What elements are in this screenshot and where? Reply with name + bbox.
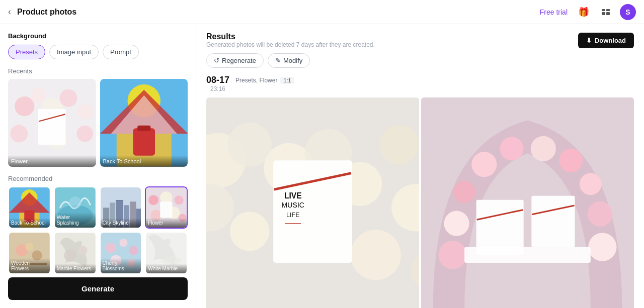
svg-point-73 <box>351 230 401 280</box>
tab-image-input[interactable]: Image input <box>49 45 99 59</box>
svg-rect-93 <box>476 200 524 255</box>
svg-point-57 <box>129 246 138 255</box>
svg-point-83 <box>444 211 469 236</box>
results-preset-tag: Presets, Flower <box>235 77 277 84</box>
result-image-2[interactable] <box>421 97 634 308</box>
svg-point-41 <box>175 195 184 204</box>
svg-point-10 <box>10 125 28 143</box>
svg-rect-95 <box>531 196 575 247</box>
page-title: Product photos <box>17 8 540 17</box>
left-panel: Background Presets Image input Prompt Re… <box>0 24 196 308</box>
regenerate-icon-top: ↺ <box>214 57 219 64</box>
rec-water[interactable]: Water Splashing <box>54 186 97 229</box>
rec-water-label: Water Splashing <box>55 213 96 228</box>
background-tabs: Presets Image input Prompt <box>8 45 188 59</box>
results-date: 08-17 23:16 <box>206 75 229 92</box>
svg-point-39 <box>148 195 158 205</box>
svg-point-5 <box>15 96 34 116</box>
modify-button-top[interactable]: ✎ Modify <box>268 53 310 68</box>
svg-point-52 <box>64 250 76 262</box>
svg-point-90 <box>588 201 613 227</box>
back-button[interactable]: ‹ <box>8 7 11 17</box>
regenerate-label-top: Regenerate <box>222 57 256 64</box>
svg-point-91 <box>588 233 616 261</box>
results-date-main: 08-17 <box>206 75 229 85</box>
header-icons: 🎁 S <box>576 4 636 20</box>
results-title-area: Results Generated photos will be deleted… <box>206 32 375 48</box>
background-label: Background <box>8 32 188 40</box>
results-ratio-badge: 1:1 <box>280 77 294 84</box>
svg-point-70 <box>380 125 419 164</box>
svg-point-88 <box>559 149 583 172</box>
svg-point-89 <box>580 173 602 195</box>
svg-rect-13 <box>38 109 66 145</box>
rec-marble[interactable]: Marble Flowers <box>54 232 97 274</box>
rec-flower-label: Flower <box>146 218 187 228</box>
svg-rect-3 <box>606 12 610 15</box>
results-date-time: 23:16 <box>210 85 225 92</box>
svg-text:LIFE: LIFE <box>286 212 299 219</box>
top-action-bar: ↺ Regenerate ✎ Modify <box>206 53 634 68</box>
recent-flower-label: Flower <box>8 155 96 167</box>
recent-school[interactable]: Back To School <box>100 79 188 167</box>
main-layout: Background Presets Image input Prompt Re… <box>0 24 644 308</box>
recents-grid: Flower Back To School <box>8 79 188 167</box>
svg-rect-21 <box>137 126 150 131</box>
download-button[interactable]: ⬇ Download <box>578 33 634 48</box>
svg-rect-1 <box>606 9 610 11</box>
results-title: Results <box>206 32 375 41</box>
svg-point-84 <box>453 181 475 203</box>
results-subtitle: Generated photos will be deleted 7 days … <box>206 41 375 48</box>
result-image-1[interactable]: LIVE MUSIC LIFE <box>206 97 419 308</box>
rec-school-label: Back To School <box>9 218 50 228</box>
regenerate-button-top[interactable]: ↺ Regenerate <box>206 53 264 68</box>
user-avatar[interactable]: S <box>620 4 636 20</box>
layout-icon[interactable] <box>598 4 614 20</box>
svg-rect-45 <box>160 201 173 218</box>
svg-point-8 <box>60 89 77 107</box>
rec-wooden[interactable]: Wooden Flowers <box>8 232 51 274</box>
rec-marble-label: Marble Flowers <box>55 264 96 273</box>
right-panel: Results Generated photos will be deleted… <box>196 24 644 308</box>
svg-point-6 <box>31 87 46 103</box>
tab-prompt[interactable]: Prompt <box>103 45 139 59</box>
generate-button[interactable]: Generate <box>8 277 188 300</box>
rec-white-marble[interactable]: White Marble <box>145 232 188 274</box>
rec-cherry[interactable]: Cherry Blossoms <box>100 232 142 274</box>
rec-back-to-school[interactable]: Back To School <box>8 186 51 229</box>
results-header: Results Generated photos will be deleted… <box>206 32 634 48</box>
recommended-grid: Back To School Water Splashing <box>8 186 188 275</box>
svg-point-55 <box>106 243 116 253</box>
svg-point-53 <box>78 246 87 255</box>
svg-rect-0 <box>602 9 605 11</box>
modify-icon-top: ✎ <box>275 57 281 64</box>
recent-flower[interactable]: Flower <box>8 79 96 167</box>
download-icon: ⬇ <box>586 37 592 44</box>
rec-white-marble-label: White Marble <box>146 264 187 273</box>
svg-point-64 <box>227 123 272 167</box>
results-tags: Presets, Flower 1:1 <box>235 75 294 84</box>
results-meta: 08-17 23:16 Presets, Flower 1:1 <box>206 75 634 92</box>
gift-icon[interactable]: 🎁 <box>576 4 592 20</box>
header: ‹ Product photos Free trial 🎁 S <box>0 0 644 24</box>
free-trial-link[interactable]: Free trial <box>540 8 568 16</box>
svg-point-56 <box>119 239 127 247</box>
rec-city-label: City Skyline <box>101 218 141 228</box>
svg-point-29 <box>69 196 81 209</box>
results-image-grid: LIVE MUSIC LIFE <box>206 97 634 308</box>
modify-label-top: Modify <box>283 57 302 64</box>
svg-text:MUSIC: MUSIC <box>282 201 304 209</box>
svg-point-85 <box>471 152 497 177</box>
svg-point-87 <box>531 136 556 161</box>
svg-rect-2 <box>602 12 605 15</box>
rec-city[interactable]: City Skyline <box>100 186 142 229</box>
rec-wooden-label: Wooden Flowers <box>9 258 50 273</box>
rec-flower[interactable]: Flower <box>145 186 188 229</box>
download-label: Download <box>595 37 626 44</box>
svg-point-86 <box>500 137 524 160</box>
svg-point-12 <box>76 126 93 142</box>
svg-point-67 <box>230 212 269 251</box>
svg-point-9 <box>77 104 93 120</box>
svg-rect-20 <box>133 128 155 156</box>
tab-presets[interactable]: Presets <box>8 45 45 59</box>
